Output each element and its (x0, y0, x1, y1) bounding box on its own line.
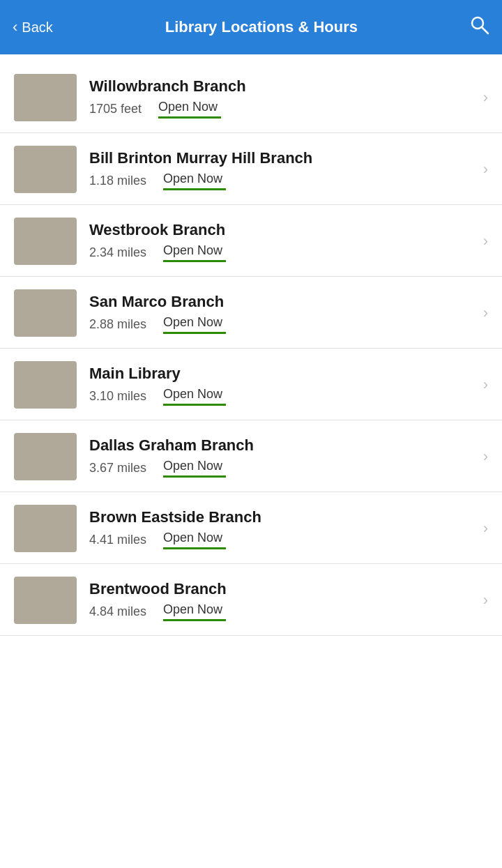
library-info: Dallas Graham Branch 3.67 miles Open Now (89, 436, 476, 478)
library-meta: 3.67 miles Open Now (89, 459, 476, 478)
list-item[interactable]: Brown Eastside Branch 4.41 miles Open No… (0, 492, 502, 564)
library-distance: 4.41 miles (89, 533, 146, 547)
library-distance: 1.18 miles (89, 174, 146, 188)
library-meta: 4.84 miles Open Now (89, 602, 476, 621)
open-status-underline (163, 260, 226, 262)
library-status: Open Now (163, 172, 222, 188)
library-info: Brown Eastside Branch 4.41 miles Open No… (89, 508, 476, 549)
open-status-underline (163, 404, 226, 406)
open-status-underline (163, 619, 226, 621)
open-status-underline (163, 188, 226, 190)
library-info: Westbrook Branch 2.34 miles Open Now (89, 221, 476, 262)
open-status-underline (163, 547, 226, 549)
open-status-underline (163, 475, 226, 478)
chevron-right-icon: › (483, 591, 488, 609)
library-meta: 1705 feet Open Now (89, 100, 476, 119)
page-title: Library Locations & Hours (53, 18, 470, 36)
library-image (14, 505, 77, 552)
library-distance: 4.84 miles (89, 604, 146, 619)
library-status-wrap: Open Now (163, 459, 226, 478)
list-item[interactable]: Main Library 3.10 miles Open Now › (0, 349, 502, 420)
library-image (14, 433, 77, 480)
library-image (14, 361, 77, 409)
search-button[interactable] (470, 15, 489, 39)
library-status: Open Now (158, 100, 218, 116)
library-status: Open Now (163, 602, 222, 619)
open-status-underline (158, 116, 221, 119)
library-image (14, 146, 77, 193)
library-status: Open Now (163, 243, 222, 260)
library-info: Brentwood Branch 4.84 miles Open Now (89, 580, 476, 621)
chevron-right-icon: › (483, 376, 488, 394)
library-distance: 3.67 miles (89, 461, 146, 475)
library-meta: 3.10 miles Open Now (89, 387, 476, 406)
chevron-right-icon: › (483, 519, 488, 538)
library-info: San Marco Branch 2.88 miles Open Now (89, 293, 476, 334)
library-status: Open Now (163, 387, 222, 404)
library-status: Open Now (163, 459, 222, 475)
list-item[interactable]: Dallas Graham Branch 3.67 miles Open Now… (0, 420, 502, 492)
library-info: Main Library 3.10 miles Open Now (89, 365, 476, 406)
chevron-right-icon: › (483, 304, 488, 322)
library-meta: 4.41 miles Open Now (89, 531, 476, 549)
library-status-wrap: Open Now (163, 315, 226, 334)
library-name: Brentwood Branch (89, 580, 476, 598)
library-name: Brown Eastside Branch (89, 508, 476, 526)
list-item[interactable]: Westbrook Branch 2.34 miles Open Now › (0, 205, 502, 277)
chevron-left-icon: ‹ (13, 18, 17, 36)
library-status-wrap: Open Now (163, 602, 226, 621)
list-item[interactable]: Bill Brinton Murray Hill Branch 1.18 mil… (0, 133, 502, 205)
library-name: Dallas Graham Branch (89, 436, 476, 455)
library-status-wrap: Open Now (158, 100, 221, 119)
library-info: Bill Brinton Murray Hill Branch 1.18 mil… (89, 149, 476, 190)
chevron-right-icon: › (483, 448, 488, 466)
svg-line-1 (482, 27, 488, 33)
library-name: Westbrook Branch (89, 221, 476, 239)
list-item[interactable]: Brentwood Branch 4.84 miles Open Now › (0, 564, 502, 636)
library-name: Main Library (89, 365, 476, 383)
top-navigation-bar: ‹ Back Library Locations & Hours (0, 0, 502, 54)
library-status: Open Now (163, 315, 222, 332)
library-image (14, 218, 77, 265)
back-button[interactable]: ‹ Back (13, 18, 53, 36)
library-distance: 2.88 miles (89, 317, 146, 332)
chevron-right-icon: › (483, 232, 488, 250)
library-status: Open Now (163, 531, 222, 547)
back-label: Back (22, 20, 52, 36)
library-distance: 3.10 miles (89, 389, 146, 404)
library-status-wrap: Open Now (163, 243, 226, 262)
library-distance: 2.34 miles (89, 245, 146, 260)
library-distance: 1705 feet (89, 102, 142, 116)
library-name: Bill Brinton Murray Hill Branch (89, 149, 476, 167)
library-meta: 2.88 miles Open Now (89, 315, 476, 334)
library-name: San Marco Branch (89, 293, 476, 311)
library-image (14, 289, 77, 337)
open-status-underline (163, 332, 226, 334)
library-status-wrap: Open Now (163, 172, 226, 190)
library-status-wrap: Open Now (163, 387, 226, 406)
chevron-right-icon: › (483, 89, 488, 107)
list-item[interactable]: Willowbranch Branch 1705 feet Open Now › (0, 61, 502, 133)
library-image (14, 74, 77, 121)
library-meta: 1.18 miles Open Now (89, 172, 476, 190)
list-item[interactable]: San Marco Branch 2.88 miles Open Now › (0, 277, 502, 349)
library-meta: 2.34 miles Open Now (89, 243, 476, 262)
search-icon (470, 15, 489, 35)
library-name: Willowbranch Branch (89, 77, 476, 96)
library-list: Willowbranch Branch 1705 feet Open Now ›… (0, 54, 502, 636)
library-status-wrap: Open Now (163, 531, 226, 549)
library-image (14, 577, 77, 624)
chevron-right-icon: › (483, 160, 488, 178)
library-info: Willowbranch Branch 1705 feet Open Now (89, 77, 476, 119)
